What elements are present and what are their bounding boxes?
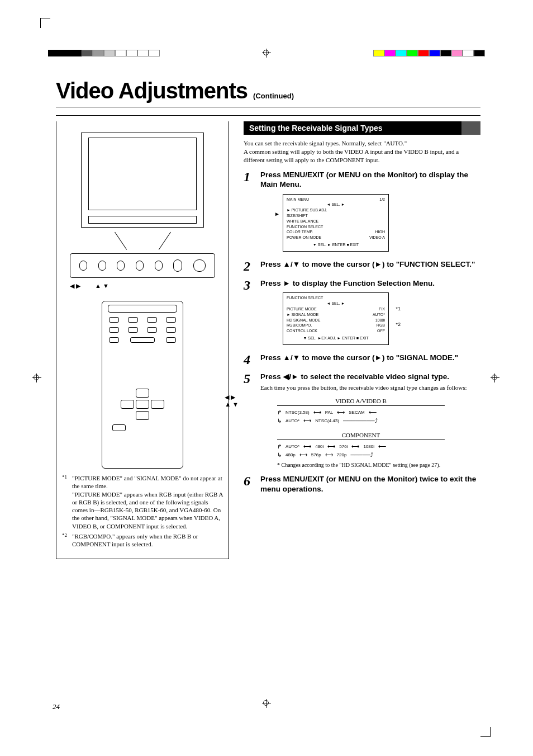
play-icon: ► xyxy=(375,353,382,362)
page-number: 24 xyxy=(53,702,60,711)
step-number: 3 xyxy=(244,278,255,347)
dpad-illustration xyxy=(121,389,164,420)
rule xyxy=(56,115,480,116)
signal-label-component: COMPONENT xyxy=(277,432,445,440)
step-5: 5 Press ◀/► to select the receivable vid… xyxy=(244,372,480,469)
play-icon: ► xyxy=(291,372,298,381)
step-5-head: Press ◀/► to select the receivable video… xyxy=(260,372,480,382)
step-number: 1 xyxy=(244,170,255,254)
step-2: 2 Press ▲/▼ to move the cursor (►) to "F… xyxy=(244,259,480,273)
remote-illustration xyxy=(102,301,183,469)
footnote-superscript: *1 xyxy=(62,474,70,530)
play-icon: ► xyxy=(375,260,382,268)
star-2: *2 xyxy=(396,321,401,328)
step-2-head: Press ▲/▼ to move the cursor (►) to "FUN… xyxy=(260,259,480,270)
right-column: Setting the Receivable Signal Types You … xyxy=(244,121,480,559)
crop-mark-tl xyxy=(40,18,50,28)
footnotes: *1 "PICTURE MODE" and "SIGNAL MODE" do n… xyxy=(62,474,223,549)
rule xyxy=(56,107,480,107)
step-6-head: Press MENU/EXIT (or MENU on the Monitor)… xyxy=(260,474,480,494)
left-column: ◀ ▶ ▲ ▼ ◀ ▶ ▲ ▼ xyxy=(56,121,229,559)
registration-mark-icon xyxy=(491,374,499,382)
osd-function-menu: *1 *2 FUNCTION SELECT ◄ SEL. ► PICTURE M… xyxy=(283,292,389,344)
step-4: 4 Press ▲/▼ to move the cursor (►) to "S… xyxy=(244,353,480,366)
registration-mark-icon xyxy=(262,49,271,58)
step-number: 5 xyxy=(244,372,255,469)
ud-arrows-label: ▲ ▼ xyxy=(95,282,109,290)
gray-swatch-bar xyxy=(48,50,160,56)
color-swatch-bar xyxy=(373,50,485,56)
lr-arrows-label: ◀ ▶ xyxy=(70,282,80,290)
step-1-head: Press MENU/EXIT (or MENU on the Monitor)… xyxy=(260,170,480,190)
step-1: 1 Press MENU/EXIT (or MENU on the Monito… xyxy=(244,170,480,254)
registration-mark-icon xyxy=(32,374,41,382)
footnote-2: "RGB/COMPO." appears only when the RGB B… xyxy=(72,532,223,549)
registration-mark-icon xyxy=(262,699,271,708)
signal-diagram: VIDEO A/VIDEO B ↱ NTSC(3.58)⟷ PAL⟷ SECAM… xyxy=(277,398,480,458)
panel-buttons-illustration xyxy=(70,253,215,278)
step-number: 2 xyxy=(244,259,255,273)
down-icon: ▼ xyxy=(293,260,300,268)
step-6: 6 Press MENU/EXIT (or MENU on the Monito… xyxy=(244,474,480,494)
page-subtitle: (Continued) xyxy=(253,92,294,100)
step-number: 4 xyxy=(244,353,255,366)
step-4-head: Press ▲/▼ to move the cursor (►) to "SIG… xyxy=(260,353,480,363)
signal-star-note: * Changes according to the "HD SIGNAL MO… xyxy=(277,461,480,469)
step-5-body: Each time you press the button, the rece… xyxy=(260,384,480,392)
page-content: Video Adjustments (Continued) ◀ ▶ ▲ ▼ xyxy=(56,78,480,559)
remote-arrow-labels: ◀ ▶ ▲ ▼ xyxy=(225,394,239,408)
page-title: Video Adjustments xyxy=(56,78,248,103)
play-icon: ► xyxy=(283,279,291,287)
top-registration-row xyxy=(0,49,533,57)
left-icon: ◀ xyxy=(283,372,289,381)
callout-lines xyxy=(81,232,204,253)
intro-paragraph: You can set the receivable signal types.… xyxy=(244,139,480,164)
down-icon: ▼ xyxy=(293,353,300,362)
page-title-row: Video Adjustments (Continued) xyxy=(56,78,480,103)
step-number: 6 xyxy=(244,474,255,494)
step-3-head: Press ► to display the Function Selectio… xyxy=(260,278,480,289)
osd-main-menu: ► MAIN MENU1/2 ◄ SEL. ► ► PICTURE SUB AD… xyxy=(283,194,389,252)
signal-label-video: VIDEO A/VIDEO B xyxy=(277,398,445,406)
section-heading: Setting the Receivable Signal Types xyxy=(244,121,480,135)
footnote-superscript: *2 xyxy=(62,532,70,549)
play-icon: ► xyxy=(274,210,280,218)
crop-mark-br xyxy=(480,727,491,737)
footnote-1: "PICTURE MODE" and "SIGNAL MODE" do not … xyxy=(72,474,223,530)
step-3: 3 Press ► to display the Function Select… xyxy=(244,278,480,347)
up-icon: ▲ xyxy=(283,353,291,362)
up-icon: ▲ xyxy=(283,260,291,268)
nav-arrow-labels: ◀ ▶ ▲ ▼ xyxy=(70,282,215,290)
star-1: *1 xyxy=(396,305,401,313)
monitor-illustration xyxy=(81,133,204,228)
